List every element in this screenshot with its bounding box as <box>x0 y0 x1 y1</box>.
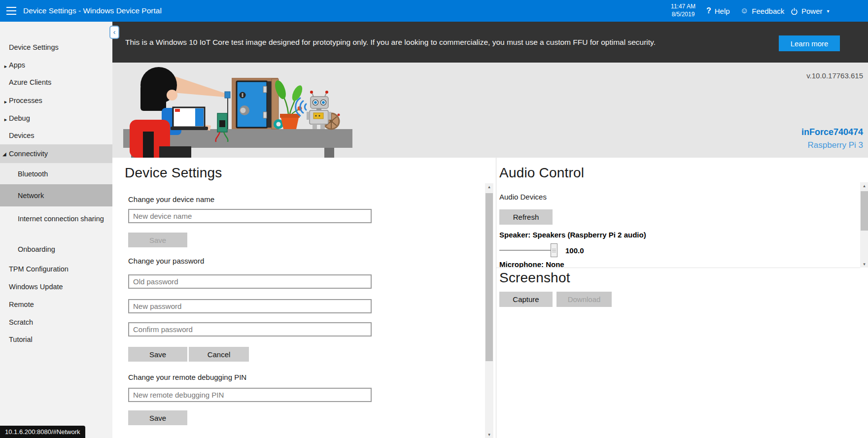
scrollbar-thumb[interactable] <box>486 193 493 361</box>
sidebar-item-tutorial[interactable]: Tutorial <box>0 336 112 344</box>
clock: 11:47 AM 8/5/2019 <box>670 2 696 18</box>
volume-value: 100.0 <box>565 246 584 255</box>
iot-illustration <box>112 63 439 158</box>
new-device-name-input[interactable] <box>128 209 372 223</box>
hero-header: v.10.0.17763.615 inForce740474 Raspberry… <box>112 63 868 158</box>
scroll-up-icon[interactable]: ▴ <box>860 183 868 188</box>
device-settings-scrollbar[interactable]: ▴ ▾ <box>485 183 493 438</box>
speaker-label: Speaker: Speakers (Raspberry Pi 2 audio) <box>499 231 646 239</box>
help-button[interactable]: ? Help <box>706 0 730 22</box>
sidebar-item-connectivity[interactable]: ◢ Connectivity <box>0 144 112 163</box>
scroll-up-icon[interactable]: ▴ <box>485 184 493 189</box>
scroll-down-icon[interactable]: ▾ <box>860 262 868 267</box>
power-menu-button[interactable]: Power ▾ <box>791 0 830 22</box>
sidebar-item-apps[interactable]: ►Apps <box>0 61 112 69</box>
sidebar-item-tpm-configuration[interactable]: TPM Configuration <box>0 265 112 273</box>
expand-arrow-icon: ► <box>3 116 8 124</box>
new-password-input[interactable] <box>128 299 372 313</box>
old-password-input[interactable] <box>128 274 372 289</box>
device-settings-panel: Device Settings Change your device name … <box>112 158 496 438</box>
change-device-name-label: Change your device name <box>128 195 214 203</box>
clock-time: 11:47 AM <box>670 2 696 10</box>
learn-more-button[interactable]: Learn more <box>779 35 840 51</box>
audio-screenshot-panel: Audio Control Audio Devices Refresh Spea… <box>496 158 868 438</box>
device-name-link[interactable]: inForce740474 <box>801 127 863 137</box>
sidebar-item-internet-connection-sharing[interactable]: Internet connection sharing <box>18 214 109 224</box>
sidebar-item-azure-clients[interactable]: Azure Clients <box>0 78 112 87</box>
refresh-audio-button[interactable]: Refresh <box>499 209 553 225</box>
sidebar-item-remote[interactable]: Remote <box>0 301 112 309</box>
volume-slider-track[interactable] <box>499 250 557 251</box>
save-device-name-button[interactable]: Save <box>128 233 187 247</box>
audio-scrollbar[interactable]: ▴ ▾ <box>860 182 868 268</box>
sidebar-collapse-button[interactable]: ‹ <box>109 26 119 39</box>
audio-devices-label: Audio Devices <box>499 193 547 201</box>
download-button[interactable]: Download <box>556 292 612 307</box>
top-bar: Device Settings - Windows Device Portal … <box>0 0 868 22</box>
microphone-label: Microphone: None <box>499 260 564 268</box>
sidebar-item-scratch[interactable]: Scratch <box>0 318 112 327</box>
cancel-password-button[interactable]: Cancel <box>189 347 249 362</box>
hamburger-menu-icon[interactable] <box>6 7 16 15</box>
screenshot-title: Screenshot <box>499 270 570 286</box>
collapse-arrow-icon: ◢ <box>2 151 6 157</box>
sidebar-item-network[interactable]: Network <box>0 184 112 206</box>
clock-date: 8/5/2019 <box>670 10 696 18</box>
chevron-down-icon: ▾ <box>827 8 830 14</box>
feedback-icon: ☺ <box>740 6 748 15</box>
save-password-button[interactable]: Save <box>128 347 187 362</box>
audio-control-title: Audio Control <box>499 165 584 181</box>
sidebar-item-bluetooth[interactable]: Bluetooth <box>0 163 112 184</box>
feedback-label: Feedback <box>752 7 784 15</box>
help-label: Help <box>715 7 730 15</box>
device-settings-title: Device Settings <box>125 165 222 181</box>
sidebar-item-debug[interactable]: ►Debug <box>0 114 112 123</box>
expand-arrow-icon: ► <box>3 98 8 106</box>
capture-button[interactable]: Capture <box>499 292 553 307</box>
volume-slider-handle[interactable] <box>551 243 557 257</box>
windows-device-portal: Device Settings - Windows Device Portal … <box>0 0 868 438</box>
sidebar-item-windows-update[interactable]: Windows Update <box>0 283 112 291</box>
expand-arrow-icon: ► <box>3 63 8 71</box>
change-pin-label: Change your remote debugging PIN <box>128 373 246 381</box>
section-divider <box>496 268 860 268</box>
chevron-left-icon: ‹ <box>113 28 116 36</box>
power-icon <box>791 7 798 15</box>
power-label: Power <box>801 7 823 15</box>
sidebar-item-onboarding[interactable]: Onboarding <box>0 245 112 254</box>
status-url-tooltip: 10.1.6.200:8080/#Network <box>0 426 85 438</box>
warning-banner: This is a Windows 10 IoT Core test image… <box>112 22 868 63</box>
save-pin-button[interactable]: Save <box>128 410 187 425</box>
help-icon: ? <box>706 6 711 15</box>
sidebar-nav: Device Settings ►Apps Azure Clients ►Pro… <box>0 22 112 438</box>
scrollbar-thumb[interactable] <box>861 191 868 231</box>
os-version: v.10.0.17763.615 <box>806 71 863 80</box>
sidebar-item-processes[interactable]: ►Processes <box>0 97 112 105</box>
change-password-label: Change your password <box>128 257 204 265</box>
device-model-link[interactable]: Raspberry Pi 3 <box>808 140 863 150</box>
confirm-password-input[interactable] <box>128 322 372 337</box>
new-pin-input[interactable] <box>128 388 372 402</box>
app-title: Device Settings - Windows Device Portal <box>23 0 162 22</box>
feedback-button[interactable]: ☺ Feedback <box>740 0 784 22</box>
warning-message: This is a Windows 10 IoT Core test image… <box>125 22 656 63</box>
sidebar-item-device-settings[interactable]: Device Settings <box>0 43 112 52</box>
sidebar-item-devices[interactable]: Devices <box>0 132 112 140</box>
scroll-down-icon[interactable]: ▾ <box>485 432 493 437</box>
